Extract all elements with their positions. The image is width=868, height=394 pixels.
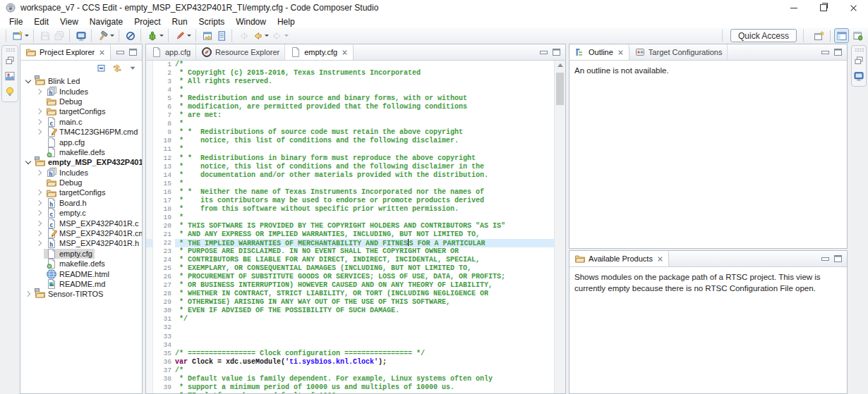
drag-handle[interactable] bbox=[6, 48, 15, 51]
code-line[interactable]: 37/* bbox=[146, 367, 554, 375]
menu-navigate[interactable]: Navigate bbox=[84, 17, 128, 27]
maximize-panel-button[interactable] bbox=[129, 49, 137, 56]
menu-view[interactable]: View bbox=[54, 17, 84, 27]
restore-button[interactable] bbox=[809, 0, 838, 16]
tree-item-makefile-defs[interactable]: makefile.defs bbox=[20, 147, 142, 157]
code-line[interactable]: 15 * bbox=[146, 180, 554, 188]
close-icon[interactable] bbox=[342, 49, 348, 56]
code-line[interactable]: 11 * bbox=[146, 145, 554, 154]
save-button[interactable] bbox=[38, 29, 52, 43]
close-icon[interactable] bbox=[99, 49, 105, 56]
code-line[interactable]: 23 * PURPOSE ARE DISCLAIMED. IN NO EVENT… bbox=[146, 247, 554, 256]
tree-item-sensor-tirtos[interactable]: Sensor-TIRTOS bbox=[20, 289, 142, 299]
minimize-panel-button[interactable] bbox=[821, 51, 829, 54]
forward-arrow-button[interactable] bbox=[270, 29, 290, 43]
code-line[interactable]: 5 * Redistribution and use in source and… bbox=[146, 94, 554, 103]
code-line[interactable]: 16 * * Neither the name of Texas Instrum… bbox=[146, 188, 554, 197]
blue-file-button[interactable] bbox=[215, 29, 229, 43]
maximize-panel-button[interactable] bbox=[834, 255, 842, 262]
close-button[interactable] bbox=[838, 0, 868, 16]
tree-item-includes[interactable]: hIncludes bbox=[20, 86, 142, 96]
tab-resource-explorer[interactable]: Resource Explorer bbox=[196, 44, 285, 60]
getting-started-button[interactable] bbox=[3, 70, 17, 82]
code-line[interactable]: 34 bbox=[146, 341, 554, 350]
code-line[interactable]: 2 * Copyright (c) 2015-2016, Texas Instr… bbox=[146, 69, 554, 78]
expanded-chevron-icon[interactable] bbox=[23, 161, 32, 164]
tree-item-tm4c123gh6pm-cmd[interactable]: TM4C123GH6PM.cmd bbox=[20, 127, 142, 137]
code-line[interactable]: 22 * THE IMPLIED WARRANTIES OF MERCHANTA… bbox=[146, 239, 554, 247]
collapsed-chevron-icon[interactable] bbox=[35, 241, 44, 245]
code-line[interactable]: 8 * bbox=[146, 120, 554, 128]
goto-window-button[interactable] bbox=[200, 29, 215, 43]
collapsed-chevron-icon[interactable] bbox=[35, 109, 44, 113]
collapsed-chevron-icon[interactable] bbox=[35, 221, 44, 226]
restore-view-button[interactable] bbox=[852, 54, 866, 67]
maximize-panel-button[interactable] bbox=[553, 49, 560, 56]
code-line[interactable]: 20 * THIS SOFTWARE IS PROVIDED BY THE CO… bbox=[146, 222, 554, 230]
code-line[interactable]: 30 * EVEN IF ADVISED OF THE POSSIBILITY … bbox=[146, 307, 554, 315]
code-line[interactable]: 14 * documentation and/or other material… bbox=[146, 171, 554, 180]
tree-item-empty-msp-exp432p401r-ti[interactable]: empty_MSP_EXP432P401R_TI bbox=[20, 157, 142, 167]
minimize-panel-button[interactable] bbox=[116, 51, 124, 54]
tree-item-makefile-defs[interactable]: makefile.defs bbox=[20, 259, 142, 269]
collapsed-chevron-icon[interactable] bbox=[35, 190, 44, 195]
tree-item-empty-cfg[interactable]: empty.cfg bbox=[20, 249, 142, 259]
debug-launch-button[interactable] bbox=[123, 29, 138, 43]
save-all-button[interactable] bbox=[52, 29, 66, 43]
quick-access-button[interactable]: Quick Access bbox=[730, 29, 797, 42]
tab-outline[interactable]: Outline bbox=[569, 44, 629, 60]
collapsed-chevron-icon[interactable] bbox=[35, 130, 44, 134]
restore-view-button[interactable] bbox=[3, 54, 17, 67]
code-line[interactable]: 26 * PROCUREMENT OF SUBSTITUTE GOODS OR … bbox=[146, 273, 554, 281]
code-line[interactable]: 28 * WHETHER IN CONTRACT, STRICT LIABILI… bbox=[146, 290, 554, 298]
code-line[interactable]: 13 * notice, this list of conditions and… bbox=[146, 163, 554, 171]
collapse-all-button[interactable] bbox=[96, 62, 107, 73]
code-line[interactable]: 7 * are met: bbox=[146, 111, 554, 120]
tree-item-board-h[interactable]: hBoard.h bbox=[20, 198, 142, 208]
scroll-up-icon[interactable] bbox=[555, 61, 565, 70]
monitor-view-button[interactable] bbox=[852, 70, 866, 82]
back-arrow-button[interactable] bbox=[236, 29, 251, 43]
hammer-button[interactable] bbox=[96, 29, 116, 43]
menu-run[interactable]: Run bbox=[167, 17, 193, 27]
tab-available-products[interactable]: Available Products bbox=[569, 251, 669, 266]
tree-item-main-c[interactable]: cmain.c bbox=[20, 117, 142, 127]
menu-scripts[interactable]: Scripts bbox=[193, 17, 231, 27]
collapsed-chevron-icon[interactable] bbox=[35, 211, 44, 215]
minimize-button[interactable] bbox=[779, 0, 809, 16]
tree-item-blink-led[interactable]: Blink Led bbox=[20, 76, 142, 86]
code-line[interactable]: 9 * * Redistributions of source code mus… bbox=[146, 128, 554, 137]
code-line[interactable]: 17 * its contributors may be used to end… bbox=[146, 197, 554, 205]
tree-item-msp-exp432p401r-c[interactable]: cMSP_EXP432P401R.c bbox=[20, 218, 142, 228]
code-line[interactable]: 38 * Default value is family dependent. … bbox=[146, 375, 554, 383]
code-line[interactable]: 1/* bbox=[146, 61, 554, 69]
tree-item-msp-exp432p401r-cmd[interactable]: MSP_EXP432P401R.cmd bbox=[20, 228, 142, 238]
code-line[interactable]: 4 * bbox=[146, 86, 554, 94]
open-perspective-button[interactable] bbox=[812, 28, 826, 43]
code-line[interactable]: 31 */ bbox=[146, 315, 554, 324]
ccs-debug-perspective-button[interactable] bbox=[850, 28, 865, 43]
minimize-panel-button[interactable] bbox=[540, 51, 548, 54]
code-line[interactable]: 40 * TI platforms have a default of 1000… bbox=[146, 392, 554, 393]
code-line[interactable]: 24 * CONTRIBUTORS BE LIABLE FOR ANY DIRE… bbox=[146, 256, 554, 264]
code-line[interactable]: 36var Clock = xdc.useModule('ti.sysbios.… bbox=[146, 358, 554, 367]
tab-target-configurations[interactable]: Target Configurations bbox=[629, 44, 728, 60]
tree-item-targetconfigs[interactable]: targetConfigs bbox=[20, 187, 142, 197]
collapsed-chevron-icon[interactable] bbox=[35, 231, 44, 235]
menu-file[interactable]: File bbox=[4, 17, 28, 27]
ccs-edit-perspective-button[interactable] bbox=[834, 28, 849, 43]
close-icon[interactable] bbox=[657, 256, 663, 262]
bug-button[interactable] bbox=[145, 29, 165, 43]
new-wizard-button[interactable] bbox=[11, 29, 30, 43]
expanded-chevron-icon[interactable] bbox=[23, 80, 32, 82]
tab-app-cfg[interactable]: app.cfg bbox=[146, 44, 196, 60]
scrollbar-thumb[interactable] bbox=[556, 73, 564, 105]
close-icon[interactable] bbox=[617, 49, 624, 56]
code-line[interactable]: 6 * modification, are permitted provided… bbox=[146, 103, 554, 111]
tree-item-debug[interactable]: Debug bbox=[20, 97, 142, 106]
code-line[interactable]: 25 * EXEMPLARY, OR CONSEQUENTIAL DAMAGES… bbox=[146, 264, 554, 273]
view-menu-button[interactable] bbox=[127, 62, 138, 73]
code-line[interactable]: 12 * * Redistributions in binary form mu… bbox=[146, 154, 554, 163]
editor-scrollbar[interactable] bbox=[554, 61, 565, 393]
menu-project[interactable]: Project bbox=[128, 17, 166, 27]
